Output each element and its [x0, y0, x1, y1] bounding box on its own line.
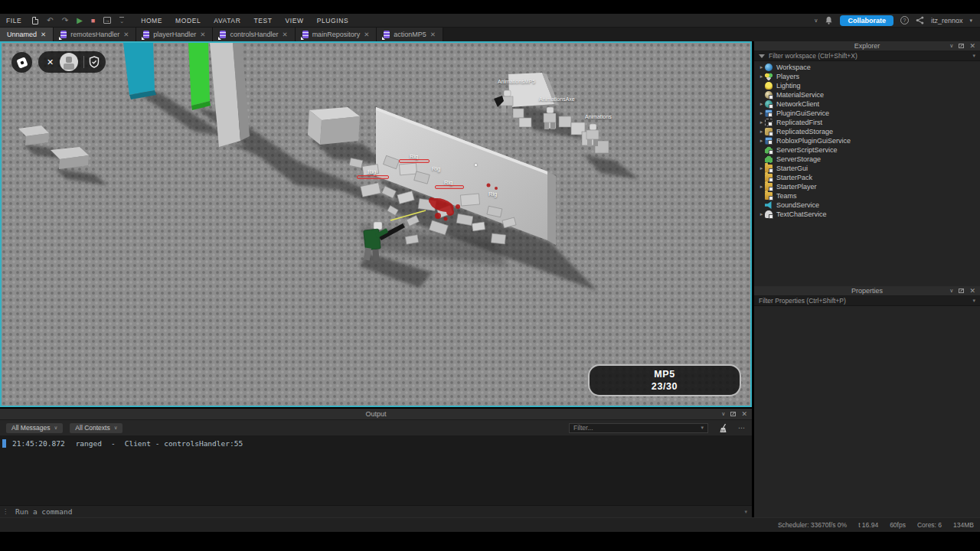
explorer-item-networkclient[interactable]: ▸NetworkClient: [754, 99, 980, 109]
username[interactable]: itz_rennox: [931, 17, 963, 24]
explorer-item-replicatedfirst[interactable]: ▸ReplicatedFirst: [754, 118, 980, 127]
expand-arrow-icon[interactable]: ▸: [758, 211, 765, 217]
menu-avatar[interactable]: AVATAR: [214, 17, 240, 24]
close-icon[interactable]: ✕: [200, 31, 205, 38]
explorer-filter-input[interactable]: Filter workspace (Ctrl+Shift+X) ▾: [754, 51, 980, 61]
avatar[interactable]: [60, 53, 78, 71]
explorer-item-textchatservice[interactable]: ▸TextChatService: [754, 210, 980, 219]
expand-arrow-icon[interactable]: ▸: [758, 64, 765, 70]
explorer-item-replicatedstorage[interactable]: ▸ReplicatedStorage: [754, 127, 980, 136]
tab-playerhandler[interactable]: playerHandler ✕: [136, 28, 213, 41]
expand-arrow-icon[interactable]: ▸: [758, 138, 765, 144]
close-icon[interactable]: ✕: [969, 43, 975, 50]
redo-icon[interactable]: ↷: [62, 17, 68, 24]
explorer-item-starterplayer[interactable]: ▸StarterPlayer: [754, 182, 980, 191]
chevron-down-icon[interactable]: ▾: [701, 425, 704, 431]
explorer-header[interactable]: Explorer ∨ ✕: [754, 41, 980, 51]
explorer-item-startergui[interactable]: ▸StarterGui: [754, 164, 980, 173]
expand-arrow-icon[interactable]: ▸: [758, 184, 765, 190]
collapse-icon[interactable]: ∨: [721, 411, 725, 417]
expand-arrow-icon[interactable]: ▸: [758, 129, 765, 135]
close-icon[interactable]: ✕: [364, 31, 369, 38]
explorer-item-serverstorage[interactable]: ServerStorage: [754, 155, 980, 164]
explorer-item-pluginguiservice[interactable]: ▸PluginGuiService: [754, 109, 980, 118]
expand-arrow-icon[interactable]: ▸: [758, 119, 765, 126]
log-entry[interactable]: 21:45:20.872 ranged - Client - controlsH…: [0, 439, 752, 448]
roblox-logo-icon: [16, 57, 28, 68]
tab-remoteshandler[interactable]: remotesHandler ✕: [54, 28, 136, 41]
tab-unnamed[interactable]: Unnamed ✕: [0, 28, 54, 41]
open-place-icon[interactable]: →: [103, 17, 111, 24]
explorer-item-soundservice[interactable]: SoundService: [754, 201, 980, 210]
output-filter-input[interactable]: Filter... ▾: [569, 423, 708, 433]
starter-player-icon: [765, 183, 773, 191]
roblox-studio-window: FILE ↶ ↷ ▶ ■ → ⌄ HOME MODEL AVATAR TEST …: [0, 0, 980, 551]
menu-view[interactable]: VIEW: [286, 17, 304, 24]
tab-mainrepository[interactable]: mainRepository ✕: [296, 28, 377, 41]
roblox-menu-button[interactable]: [11, 52, 32, 73]
chevron-down-icon: ∨: [54, 425, 58, 431]
menu-home[interactable]: HOME: [141, 17, 162, 24]
context-filter-dropdown[interactable]: All Contexts ∨: [70, 423, 122, 433]
play-icon[interactable]: ▶: [77, 17, 83, 24]
popout-icon[interactable]: [959, 44, 964, 48]
collapse-icon[interactable]: ∨: [949, 43, 953, 49]
close-icon[interactable]: ✕: [283, 31, 288, 38]
menu-plugins[interactable]: PLUGINS: [317, 17, 349, 24]
more-options-icon[interactable]: ⋯: [738, 424, 746, 432]
close-icon[interactable]: ✕: [47, 57, 54, 67]
explorer-item-workspace[interactable]: ▸Workspace: [754, 63, 980, 72]
expand-arrow-icon[interactable]: ▸: [758, 165, 765, 171]
close-icon[interactable]: ✕: [41, 31, 46, 38]
explorer-item-lighting[interactable]: Lighting: [754, 81, 980, 90]
output-header[interactable]: Output ∨ ✕: [0, 409, 752, 420]
close-icon[interactable]: ✕: [430, 31, 436, 38]
menu-test[interactable]: TEST: [253, 17, 272, 24]
expand-arrow-icon[interactable]: ▸: [758, 101, 765, 107]
new-file-icon[interactable]: [32, 17, 38, 24]
output-log[interactable]: 21:45:20.872 ranged - Client - controlsH…: [0, 435, 752, 448]
file-menu[interactable]: FILE: [6, 17, 21, 24]
shield-check-icon[interactable]: [89, 56, 100, 68]
menu-model[interactable]: MODEL: [175, 17, 201, 24]
close-icon[interactable]: ✕: [969, 288, 975, 295]
filter-icon: [759, 54, 765, 58]
explorer-item-materialservice[interactable]: MaterialService: [754, 90, 980, 99]
user-menu-caret-icon[interactable]: ▾: [969, 18, 972, 24]
tab-actionmp5[interactable]: actionMP5 ✕: [377, 28, 443, 41]
properties-filter-input[interactable]: Filter Properties (Ctrl+Shift+P) ▾: [754, 296, 980, 306]
close-icon[interactable]: ✕: [123, 31, 129, 38]
expand-arrow-icon[interactable]: ▸: [758, 73, 765, 80]
customize-toolbar-icon[interactable]: ⌄: [119, 17, 124, 24]
message-filter-dropdown[interactable]: All Messages ∨: [6, 423, 63, 433]
collapse-icon[interactable]: ∨: [949, 288, 953, 294]
chevron-down-icon[interactable]: ▾: [972, 53, 975, 59]
command-bar[interactable]: ⋮ Run a command ▾: [0, 505, 752, 517]
popout-icon[interactable]: [959, 289, 964, 293]
properties-header[interactable]: Properties ∨ ✕: [754, 286, 980, 296]
share-icon[interactable]: [916, 16, 924, 24]
explorer-item-players[interactable]: ▸Players: [754, 72, 980, 81]
collaborate-button[interactable]: Collaborate: [840, 15, 893, 26]
explorer-item-starterpack[interactable]: StarterPack: [754, 173, 980, 182]
explorer-item-robloxpluginguiservice[interactable]: ▸RobloxPluginGuiService: [754, 136, 980, 145]
replicated-first-icon: [765, 119, 773, 126]
npc-label: AnimationsAxe: [539, 96, 575, 102]
undo-icon[interactable]: ↶: [47, 17, 53, 24]
ribbon-collapse-icon[interactable]: ∨: [814, 18, 818, 24]
notifications-bell-icon[interactable]: [825, 16, 833, 24]
close-icon[interactable]: ✕: [741, 411, 747, 418]
chevron-down-icon[interactable]: ▾: [744, 509, 747, 515]
explorer-item-serverscriptservice[interactable]: ServerScriptService: [754, 145, 980, 155]
chevron-down-icon[interactable]: ▾: [972, 298, 975, 304]
help-icon[interactable]: ?: [900, 16, 909, 24]
expand-arrow-icon[interactable]: ▸: [758, 110, 765, 116]
stop-icon[interactable]: ■: [91, 17, 95, 24]
tab-controlshandler[interactable]: controlsHandler ✕: [213, 28, 295, 41]
explorer-item-teams[interactable]: Teams: [754, 191, 980, 201]
local-script-icon: [220, 31, 226, 38]
ammo-counter: 23/30: [590, 381, 740, 392]
clear-output-broom-icon[interactable]: [718, 423, 728, 433]
popout-icon[interactable]: [730, 412, 736, 416]
game-viewport[interactable]: ✕ AnimationsMP5 AnimationsAxe Animations…: [0, 41, 752, 407]
